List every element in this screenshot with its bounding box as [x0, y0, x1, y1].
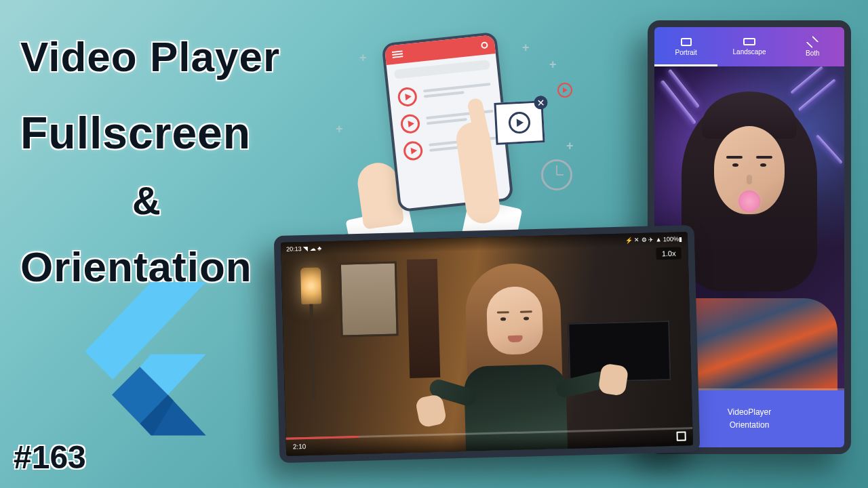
- title-line-2: Fullscreen: [20, 107, 251, 159]
- hands-phone-illustration: + + + + + ✕: [319, 27, 590, 230]
- episode-number: #163: [14, 439, 86, 476]
- landscape-video-thumbnail[interactable]: [281, 232, 693, 456]
- play-icon: [403, 140, 424, 161]
- footer-text-1: VideoPlayer: [728, 406, 772, 419]
- play-icon: [400, 113, 421, 134]
- tab-label: Landscape: [733, 48, 766, 56]
- tab-both[interactable]: Both: [781, 27, 844, 66]
- video-popup: ✕: [494, 100, 545, 145]
- flutter-logo-icon: [71, 278, 214, 447]
- title-ampersand: &: [132, 178, 161, 223]
- footer-text-2: Orientation: [730, 419, 770, 432]
- fullscreen-icon[interactable]: [676, 431, 686, 441]
- tab-landscape[interactable]: Landscape: [717, 27, 781, 66]
- playback-speed-badge[interactable]: 1.0x: [656, 247, 682, 260]
- status-left: 20:13 ◥ ☁ ♣: [286, 245, 321, 252]
- video-time-label: 2:10: [293, 443, 307, 451]
- tab-label: Portrait: [675, 49, 697, 56]
- status-right: ⚡ ✕ ⚙ ✈ ▲ 100%▮: [625, 235, 682, 243]
- landscape-phone-mockup: 20:13 ◥ ☁ ♣ ⚡ ✕ ⚙ ✈ ▲ 100%▮ 1.0x 2:10: [274, 225, 701, 463]
- rotate-icon: [806, 35, 819, 49]
- tab-label: Both: [806, 49, 820, 57]
- small-play-icon: [557, 83, 572, 98]
- close-icon: ✕: [534, 96, 548, 110]
- play-icon: [508, 111, 531, 134]
- tab-portrait[interactable]: Portrait: [654, 27, 717, 66]
- svg-rect-5: [392, 50, 403, 53]
- clock-icon: [541, 159, 572, 190]
- play-icon: [397, 87, 418, 108]
- orientation-tabs: Portrait Landscape Both: [654, 27, 844, 66]
- landscape-icon: [743, 38, 755, 45]
- portrait-icon: [681, 38, 692, 46]
- title-line-1: Video Player: [20, 33, 280, 81]
- svg-rect-7: [393, 56, 403, 58]
- svg-rect-6: [392, 53, 403, 56]
